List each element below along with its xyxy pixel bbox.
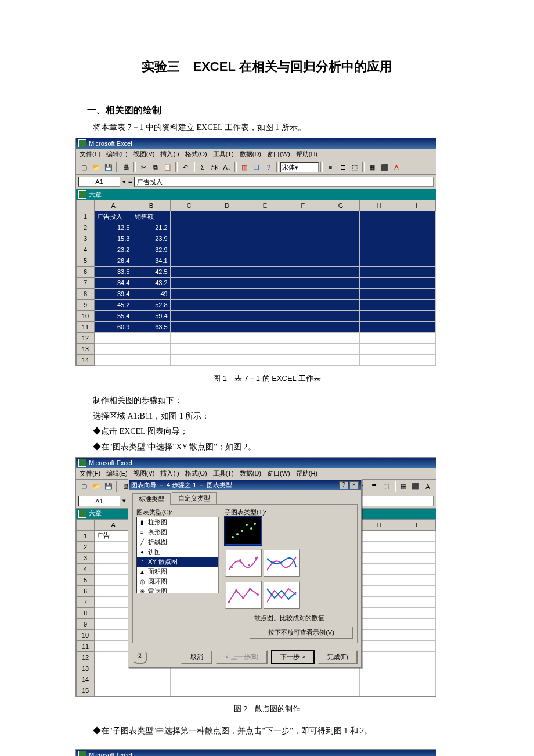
cell[interactable] [322,278,359,289]
cell[interactable]: 63.5 [132,322,170,333]
menu-item[interactable]: 视图(V) [134,469,155,478]
cell[interactable] [284,344,322,355]
cell[interactable] [284,255,322,267]
cell[interactable] [322,311,359,322]
cell[interactable]: 广告 [95,530,132,541]
cell[interactable] [95,618,132,629]
cell[interactable]: 21.2 [132,222,170,233]
worksheet-grid[interactable]: ABCDEFGHI1广告投入销售额212.521.2315.323.9423.2… [76,200,436,366]
fill-color-icon[interactable]: ⬛ [410,481,421,492]
cell[interactable] [322,344,359,355]
cell[interactable] [95,574,132,585]
row-header[interactable]: 12 [77,651,95,663]
cell[interactable]: 42.5 [132,267,170,278]
cell[interactable] [95,344,132,355]
cell[interactable] [284,333,322,344]
tab-custom-types[interactable]: 自定义类型 [172,492,217,504]
cell[interactable] [284,211,322,222]
cell[interactable] [398,618,435,629]
cell[interactable] [95,607,132,618]
cell[interactable] [360,300,398,311]
cell[interactable] [246,278,284,289]
cell[interactable] [208,674,246,685]
chart-wizard-step1-dialog[interactable]: 图表向导 － 4 步骤之 1 － 图表类型 ?× 标准类型 自定义类型 图表类型… [128,479,362,668]
cell[interactable] [360,255,398,267]
cell[interactable] [360,629,398,640]
cell[interactable] [360,333,398,344]
cell[interactable] [322,322,359,333]
menu-item[interactable]: 插入(I) [160,150,179,159]
cell[interactable] [246,211,284,222]
cell[interactable] [360,651,398,663]
row-header[interactable]: 13 [77,663,95,674]
undo-icon[interactable]: ↶ [179,161,191,173]
cancel-button[interactable]: 取消 [181,650,212,664]
cell[interactable] [284,685,322,696]
open-icon[interactable]: 📂 [91,481,102,492]
cell[interactable] [360,685,398,696]
row-header[interactable]: 7 [77,278,95,289]
cell[interactable] [398,233,435,244]
row-header[interactable]: 10 [77,311,95,322]
cell[interactable]: 销售额 [132,211,170,222]
cell[interactable] [322,267,359,278]
name-box[interactable]: A1 [78,177,120,187]
chart-type-option[interactable]: ▲面积图 [137,567,218,577]
align-left-icon[interactable]: ≡ [324,161,336,173]
col-header[interactable]: I [398,519,435,530]
finish-button[interactable]: 完成(F) [318,650,358,664]
align-center-icon[interactable]: ≣ [337,161,348,173]
cell[interactable] [170,233,208,244]
cell[interactable] [398,255,435,267]
cell[interactable]: 34.1 [132,255,170,267]
cell[interactable] [246,289,284,300]
cell[interactable] [208,311,246,322]
cell[interactable] [360,344,398,355]
app-titlebar[interactable]: Microsoft Excel [76,750,436,756]
cell[interactable] [246,685,284,696]
sort-asc-icon[interactable]: A↓ [221,161,233,173]
row-header[interactable]: 11 [77,322,95,333]
chart-type-option[interactable]: ▮柱形图 [137,517,218,527]
row-header[interactable]: 13 [77,344,95,355]
drawing-icon[interactable]: ❏ [251,161,262,173]
cell[interactable] [360,574,398,585]
cell[interactable] [208,289,246,300]
cell[interactable] [284,278,322,289]
cell[interactable] [208,278,246,289]
row-header[interactable]: 15 [77,685,95,696]
menu-item[interactable]: 帮助(H) [296,469,317,478]
cell[interactable] [95,663,132,674]
cell[interactable] [208,344,246,355]
cell[interactable]: 32.9 [132,244,170,255]
cell[interactable] [360,552,398,563]
cell[interactable] [360,663,398,674]
cell[interactable] [398,222,435,233]
row-header[interactable]: 5 [77,574,95,585]
cell[interactable]: 广告投入 [95,211,132,222]
cell[interactable] [284,289,322,300]
merge-center-icon[interactable]: ⬚ [380,481,392,492]
menu-item[interactable]: 编辑(E) [106,150,128,159]
cell[interactable]: 23.2 [95,244,132,255]
col-header[interactable]: H [360,519,398,530]
chart-type-listbox[interactable]: ▮柱形图≡条形图╱折线图●饼图∴XY 散点图▲面积图◎圆环图✳雷达图◕曲面图○气… [136,517,219,593]
cell[interactable] [95,596,132,607]
function-icon[interactable]: f∗ [209,161,221,173]
cell[interactable] [246,300,284,311]
cell[interactable] [246,322,284,333]
cell[interactable] [170,344,208,355]
cell[interactable] [322,211,359,222]
row-header[interactable]: 14 [77,355,95,366]
menu-item[interactable]: 窗口(W) [267,150,290,159]
paste-icon[interactable]: 📋 [162,161,174,173]
cell[interactable] [170,311,208,322]
cell[interactable] [208,685,246,696]
menu-bar[interactable]: 文件(F)编辑(E)视图(V)插入(I)格式(O)工具(T)数据(D)窗口(W)… [76,468,436,480]
help-icon[interactable]: ? [339,481,348,489]
font-color-icon[interactable]: A [391,161,402,173]
cell[interactable] [284,322,322,333]
row-header[interactable]: 10 [77,629,95,640]
col-header[interactable]: B [132,200,170,211]
cell[interactable] [95,640,132,651]
